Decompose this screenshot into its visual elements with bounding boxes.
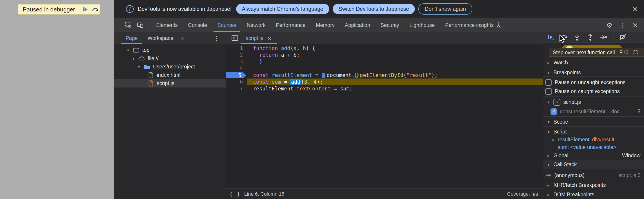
navigator-tabs: Page Workspace » ⋮ [114, 32, 226, 44]
pause-uncaught-row[interactable]: Pause on uncaught exceptions [543, 78, 644, 86]
gutter-line-7[interactable]: 7 [226, 85, 247, 92]
gutter-line-1[interactable]: 1 [226, 45, 247, 52]
section-dom-breakpoints[interactable]: ▸ DOM Breakpoints [543, 191, 644, 199]
expanded-triangle-icon[interactable]: ▾ [546, 129, 550, 134]
inline-breakpoint-marker[interactable] [355, 73, 359, 78]
tree-item-label: script.js [157, 80, 174, 86]
main-tab-elements[interactable]: Elements [151, 18, 183, 32]
main-tab-memory[interactable]: Memory [311, 18, 340, 32]
global-value: Window [622, 153, 640, 159]
checkbox-unchecked[interactable] [545, 88, 552, 95]
script-file-icon: ‹› [554, 99, 560, 106]
scope-var-sum[interactable]: sum: <value unavailable> [543, 143, 644, 151]
code-text-line-4 [247, 65, 543, 72]
tree-item-folder[interactable]: ▾ Users/user/project [114, 63, 226, 71]
code-line-1: 1function add(a, b) { [226, 45, 543, 52]
tab-page[interactable]: Page [121, 32, 143, 44]
navigator-kebab-icon[interactable]: ⋮ [214, 35, 219, 41]
tree-item-file-origin[interactable]: ▾ file:// [114, 54, 226, 63]
checkbox-unchecked[interactable] [545, 79, 552, 86]
pause-caught-row[interactable]: Pause on caught exceptions [543, 87, 644, 95]
code-area[interactable]: 1function add(a, b) {2 return a + b;3 }4… [226, 44, 543, 189]
toolbar-separator [613, 34, 614, 40]
step-icon[interactable] [600, 33, 608, 41]
breakpoint-group-row[interactable]: ▾ ‹› script.js [543, 98, 644, 106]
section-scope[interactable]: ▾ Scope [543, 118, 644, 126]
expand-triangle-icon[interactable]: ▾ [126, 48, 130, 52]
main-tab-performance-insights[interactable]: Performance insights [440, 18, 506, 32]
collapsed-triangle-icon[interactable]: ▸ [546, 60, 550, 65]
main-tab-security[interactable]: Security [375, 18, 404, 32]
expand-triangle-icon[interactable]: ▾ [137, 64, 141, 69]
collapsed-triangle-icon[interactable]: ▸ [552, 137, 556, 142]
section-xhr-breakpoints[interactable]: ▸ XHR/fetch Breakpoints [543, 181, 644, 189]
expanded-triangle-icon[interactable]: ▾ [546, 162, 550, 167]
call-stack-frame-row[interactable]: (anonymous) script.js:6 [543, 171, 644, 179]
indent-guide [253, 52, 253, 65]
tree-item-label: index.html [157, 72, 180, 78]
main-tab-sources[interactable]: Sources [212, 18, 241, 32]
always-match-language-button[interactable]: Always match Chrome's language [236, 4, 329, 14]
resume-script-button[interactable] [80, 4, 90, 14]
tree-item-script-js[interactable]: script.js [114, 79, 226, 87]
collapsed-triangle-icon[interactable]: ▸ [546, 183, 550, 188]
code-line-6: 6const sum = add(3, 4); [226, 78, 543, 85]
settings-gear-icon[interactable]: ⚙ [606, 21, 612, 29]
frame-icon [132, 47, 140, 54]
step-into-icon[interactable] [573, 33, 581, 41]
file-icon [147, 72, 154, 79]
section-watch[interactable]: ▸ Watch [543, 59, 644, 67]
debugger-sidebar: Step over next function call - F10 - ⌘ '… [543, 32, 644, 199]
var-name: sum [558, 144, 568, 150]
gutter-line-4[interactable]: 4 [226, 65, 247, 72]
expand-triangle-icon[interactable]: ▾ [132, 56, 136, 61]
collapsed-triangle-icon[interactable]: ▸ [546, 192, 550, 197]
tree-item-top[interactable]: ▾ top [114, 46, 226, 54]
main-tab-network[interactable]: Network [242, 18, 271, 32]
infobar: i DevTools is now available in Japanese!… [114, 0, 644, 18]
scope-global-row[interactable]: ▸ Global Window [543, 152, 644, 160]
checkbox-checked[interactable]: ✓ [550, 108, 557, 115]
gutter-line-2[interactable]: 2 [226, 52, 247, 58]
pretty-print-icon[interactable]: { } [230, 191, 241, 197]
devtools-close-icon[interactable]: × [632, 21, 638, 29]
tab-workspace[interactable]: Workspace [143, 32, 178, 44]
expanded-triangle-icon[interactable]: ▾ [546, 100, 550, 105]
collapsed-triangle-icon[interactable]: ▸ [546, 153, 550, 158]
editor-tab-close-icon[interactable]: × [267, 35, 272, 41]
scope-script-row[interactable]: ▾ Script [543, 128, 644, 136]
infobar-close-icon[interactable]: × [632, 5, 638, 12]
more-tabs-chevron[interactable]: » [181, 34, 185, 42]
tree-item-index-html[interactable]: index.html [114, 71, 226, 79]
main-tab-console[interactable]: Console [183, 18, 212, 32]
deactivate-breakpoints-icon[interactable] [619, 33, 627, 41]
code-text-line-7: resultElement.textContent = sum; [247, 85, 543, 92]
inline-breakpoint-marker[interactable] [322, 73, 326, 78]
scope-var-resultelement[interactable]: ▸ resultElement: div#result [543, 136, 644, 143]
main-tab-performance[interactable]: Performance [271, 18, 311, 32]
expanded-triangle-icon[interactable]: ▾ [546, 70, 550, 75]
step-over-button-banner[interactable] [90, 4, 100, 14]
code-text-line-5: const resultElement = document.getElemen… [247, 72, 543, 78]
breakpoint-item-row[interactable]: ✓ const resultElement = doc… 5 [543, 107, 644, 116]
mouse-cursor [559, 34, 567, 44]
resume-script-icon[interactable] [546, 33, 554, 41]
section-breakpoints[interactable]: ▾ Breakpoints [543, 68, 644, 76]
device-toolbar-icon[interactable] [136, 21, 144, 29]
gutter-line-3[interactable]: 3 [226, 58, 247, 65]
main-tab-lighthouse[interactable]: Lighthouse [404, 18, 440, 32]
main-tab-application[interactable]: Application [340, 18, 376, 32]
hide-navigator-icon[interactable] [231, 34, 239, 42]
inspect-element-icon[interactable] [125, 21, 132, 29]
editor-tab-script-js[interactable]: script.js × [240, 32, 277, 44]
expanded-triangle-icon[interactable]: ▾ [546, 120, 550, 124]
gutter-line-6[interactable]: 6 [226, 78, 247, 85]
step-out-icon[interactable] [586, 33, 594, 41]
switch-to-japanese-button[interactable]: Switch DevTools to Japanese [333, 4, 415, 14]
more-options-kebab-icon[interactable]: ⋮ [619, 21, 625, 29]
dont-show-again-button[interactable]: Don't show again [418, 3, 472, 14]
breakpoint-tag[interactable]: 5 [226, 72, 246, 78]
file-tree: ▾ top ▾ file:// [114, 44, 226, 87]
gutter-line-5[interactable]: 5 [226, 72, 247, 78]
section-call-stack[interactable]: ▾ Call Stack [543, 160, 644, 169]
